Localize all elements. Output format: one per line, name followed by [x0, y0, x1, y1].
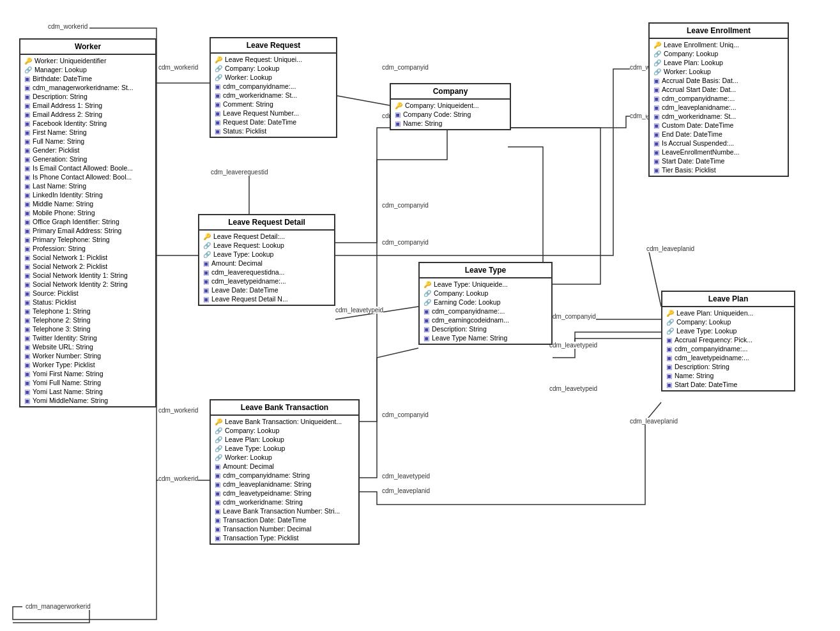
field-icon: ▣: [24, 75, 30, 82]
field-icon: ▣: [24, 344, 30, 351]
worker-field-8: ▣First Name: String: [20, 128, 155, 137]
worker-field-24: ▣Social Network Identity 1: String: [20, 271, 155, 280]
worker-field-12: ▣Is Email Contact Allowed: Boole...: [20, 163, 155, 172]
worker-field-1: 🔗Manager: Lookup: [20, 65, 155, 74]
svg-line-2: [337, 96, 390, 105]
worker-field-33: ▣Worker Number: String: [20, 351, 155, 360]
lp-field-2: 🔗Leave Type: Lookup: [662, 326, 794, 335]
lookup-icon: 🔗: [215, 427, 222, 434]
entity-company: Company 🔑Company: Uniqueident... ▣Compan…: [390, 83, 511, 130]
worker-field-35: ▣Yomi First Name: String: [20, 369, 155, 378]
label-cdm-companyid-lt: cdm_companyid: [549, 313, 596, 320]
worker-field-27: ▣Status: Picklist: [20, 298, 155, 307]
field-icon: ▣: [666, 363, 672, 370]
worker-field-37: ▣Yomi Last Name: String: [20, 387, 155, 396]
lbt-field-6: ▣cdm_companyidname: String: [211, 471, 358, 480]
lr-field-4: ▣cdm_workeridname: St...: [211, 91, 336, 100]
label-cdm-leaveplanid-1: cdm_leaveplanid: [646, 245, 694, 252]
field-icon: ▣: [24, 147, 30, 154]
field-icon: ▣: [24, 263, 30, 270]
key-icon: 🔑: [395, 102, 402, 109]
entity-lp-body: 🔑Leave Plan: Uniqueiden... 🔗Company: Loo…: [662, 307, 794, 390]
lbt-field-3: 🔗Leave Type: Lookup: [211, 444, 358, 453]
field-icon: ▣: [653, 131, 659, 138]
field-icon: ▣: [24, 93, 30, 100]
lbt-field-1: 🔗Company: Lookup: [211, 426, 358, 435]
field-icon: ▣: [24, 129, 30, 136]
lrd-field-0: 🔑Leave Request Detail:...: [199, 232, 334, 241]
field-icon: ▣: [653, 149, 659, 156]
entity-company-title: Company: [391, 84, 510, 100]
worker-field-15: ▣LinkedIn Identity: String: [20, 190, 155, 199]
le-field-4: ▣Accrual Date Basis: Dat...: [650, 76, 788, 85]
field-icon: ▣: [666, 354, 672, 361]
lookup-icon: 🔗: [653, 68, 661, 75]
field-icon: ▣: [653, 86, 659, 93]
entity-company-body: 🔑Company: Uniqueident... ▣Company Code: …: [391, 100, 510, 129]
field-icon: ▣: [24, 397, 30, 404]
field-icon: ▣: [24, 218, 30, 225]
entity-lbt-body: 🔑Leave Bank Transaction: Uniqueident... …: [211, 416, 358, 544]
lbt-field-13: ▣Transaction Type: Picklist: [211, 533, 358, 542]
le-field-13: ▣Start Date: DateTime: [650, 156, 788, 165]
field-icon: ▣: [215, 128, 220, 135]
lp-field-5: ▣cdm_leavetypeidname:...: [662, 353, 794, 362]
lookup-icon: 🔗: [666, 319, 674, 326]
lp-field-7: ▣Name: String: [662, 371, 794, 380]
entity-lt-title: Leave Type: [420, 263, 551, 278]
lt-field-2: 🔗Earning Code: Lookup: [420, 298, 551, 307]
entity-leave-request-body: 🔑Leave Request: Uniquei... 🔗Company: Loo…: [211, 54, 336, 137]
worker-field-5: ▣Email Address 1: String: [20, 101, 155, 110]
field-icon: ▣: [424, 335, 429, 342]
lookup-icon: 🔗: [215, 445, 222, 452]
worker-field-14: ▣Last Name: String: [20, 181, 155, 190]
field-icon: ▣: [203, 287, 209, 294]
field-icon: ▣: [24, 370, 30, 377]
worker-field-17: ▣Mobile Phone: String: [20, 208, 155, 217]
worker-field-9: ▣Full Name: String: [20, 137, 155, 146]
worker-field-36: ▣Yomi Full Name: String: [20, 378, 155, 387]
lrd-field-1: 🔗Leave Request: Lookup: [199, 241, 334, 250]
field-icon: ▣: [215, 83, 220, 90]
lrd-field-3: ▣Amount: Decimal: [199, 259, 334, 268]
field-icon: ▣: [424, 326, 429, 333]
lookup-icon: 🔗: [203, 251, 211, 258]
company-field-1: ▣Company Code: String: [391, 110, 510, 119]
entity-leave-plan: Leave Plan 🔑Leave Plan: Uniqueiden... 🔗C…: [661, 291, 795, 392]
lbt-field-12: ▣Transaction Number: Decimal: [211, 524, 358, 533]
label-cdm-leaveplanid-bank: cdm_leaveplanid: [382, 487, 430, 494]
lp-field-3: ▣Accrual Frequency: Pick...: [662, 335, 794, 344]
field-icon: ▣: [24, 84, 30, 91]
field-icon: ▣: [395, 120, 401, 127]
worker-field-16: ▣Middle Name: String: [20, 199, 155, 208]
field-icon: ▣: [215, 101, 220, 108]
lookup-icon: 🔗: [215, 454, 222, 461]
worker-field-21: ▣Profession: String: [20, 244, 155, 253]
lt-field-0: 🔑Leave Type: Uniqueide...: [420, 280, 551, 289]
worker-field-25: ▣Social Network Identity 2: String: [20, 280, 155, 289]
worker-field-32: ▣Website URL: String: [20, 342, 155, 351]
field-icon: ▣: [24, 227, 30, 234]
label-cdm-companyid-3: cdm_companyid: [382, 202, 429, 209]
le-field-12: ▣LeaveEnrollmentNumbe...: [650, 148, 788, 156]
entity-leave-request-title: Leave Request: [211, 38, 336, 54]
worker-field-6: ▣Email Address 2: String: [20, 110, 155, 119]
field-icon: ▣: [215, 119, 220, 126]
field-icon: ▣: [215, 517, 220, 524]
lt-field-5: ▣Description: String: [420, 324, 551, 333]
worker-field-13: ▣Is Phone Contact Allowed: Bool...: [20, 172, 155, 181]
field-icon: ▣: [653, 140, 659, 147]
lookup-icon: 🔗: [424, 299, 431, 306]
label-cdm-leaverequestid-1: cdm_leaverequestid: [211, 169, 268, 176]
lookup-icon: 🔗: [215, 65, 222, 72]
le-field-5: ▣Accrual Start Date: Dat...: [650, 85, 788, 94]
entity-worker: Worker 🔑Worker: Uniqueidentifier 🔗Manage…: [19, 38, 157, 407]
worker-field-30: ▣Telephone 3: String: [20, 324, 155, 333]
field-icon: ▣: [666, 346, 672, 353]
lrd-field-5: ▣cdm_leavetypeidname:...: [199, 277, 334, 285]
field-icon: ▣: [215, 472, 220, 479]
lr-field-0: 🔑Leave Request: Uniquei...: [211, 55, 336, 64]
le-field-2: 🔗Leave Plan: Lookup: [650, 58, 788, 67]
le-field-1: 🔗Company: Lookup: [650, 49, 788, 58]
key-icon: 🔑: [424, 281, 431, 288]
